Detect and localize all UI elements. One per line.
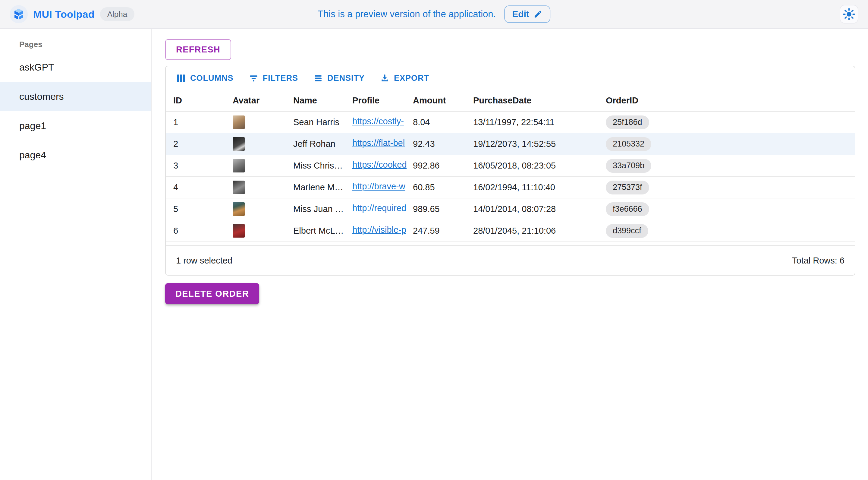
cell-name: Marlene M… (293, 182, 352, 192)
cell-name: Jeff Rohan (293, 139, 352, 149)
cell-avatar (233, 116, 293, 129)
column-header-avatar[interactable]: Avatar (233, 96, 293, 106)
cell-amount: 247.59 (413, 226, 473, 236)
cell-profile: http://visible-p (352, 225, 413, 237)
profile-link[interactable]: http://brave-w (352, 181, 405, 191)
cell-avatar (233, 137, 293, 151)
table-row[interactable]: 3 Miss Chris… https://cooked 992.86 16/0… (166, 155, 855, 177)
order-id-chip: 33a709b (606, 159, 651, 173)
profile-link[interactable]: http://visible-p (352, 225, 406, 235)
order-id-chip: f3e6666 (606, 202, 649, 216)
theme-toggle-button[interactable] (840, 5, 858, 24)
avatar (233, 181, 245, 194)
preview-notice-text: This is a preview version of the applica… (318, 9, 496, 20)
brand: MUI Toolpad Alpha (10, 5, 134, 23)
cell-purchasedate: 19/12/2073, 14:52:55 (473, 139, 606, 149)
table-row-selected[interactable]: 2 Jeff Rohan https://flat-bel 92.43 19/1… (166, 133, 855, 155)
sun-icon (843, 8, 855, 21)
pencil-icon (533, 10, 542, 19)
sidebar-heading: Pages (0, 29, 151, 53)
cell-purchasedate: 28/01/2045, 21:10:06 (473, 226, 606, 236)
density-button-label: DENSITY (327, 73, 365, 83)
cell-amount: 92.43 (413, 139, 473, 149)
sidebar-item-page4[interactable]: page4 (0, 141, 151, 170)
cell-name: Miss Juan … (293, 204, 352, 214)
cell-id: 6 (173, 226, 233, 236)
avatar (233, 224, 245, 238)
download-icon (380, 73, 390, 83)
column-header-purchasedate[interactable]: PurchaseDate (473, 96, 606, 106)
table-row[interactable]: 4 Marlene M… http://brave-w 60.85 16/02/… (166, 177, 855, 199)
profile-link[interactable]: https://costly- (352, 116, 404, 126)
avatar (233, 137, 245, 151)
column-header-id[interactable]: ID (173, 96, 233, 106)
cell-avatar (233, 159, 293, 173)
grid-filler (166, 242, 855, 246)
alpha-badge: Alpha (100, 7, 135, 21)
cell-avatar (233, 224, 293, 238)
edit-button-label: Edit (512, 9, 529, 19)
column-header-name[interactable]: Name (293, 96, 352, 106)
profile-link[interactable]: http://required (352, 203, 406, 213)
order-id-chip: 275373f (606, 181, 649, 194)
body-layout: Pages askGPT customers page1 page4 REFRE… (0, 29, 868, 480)
cell-purchasedate: 16/02/1994, 11:10:40 (473, 182, 606, 192)
app-title: MUI Toolpad (33, 8, 95, 20)
cell-profile: https://costly- (352, 116, 413, 128)
table-row[interactable]: 1 Sean Harris https://costly- 8.04 13/11… (166, 112, 855, 133)
grid-toolbar: COLUMNS FILTERS (166, 66, 855, 90)
columns-button-label: COLUMNS (190, 73, 234, 83)
grid-rows: 1 Sean Harris https://costly- 8.04 13/11… (166, 112, 855, 242)
cell-orderid: 2105332 (606, 137, 855, 151)
sidebar-item-page1[interactable]: page1 (0, 111, 151, 141)
column-header-profile[interactable]: Profile (352, 96, 413, 106)
cell-name: Sean Harris (293, 117, 352, 127)
avatar (233, 116, 245, 129)
sidebar-item-askgpt[interactable]: askGPT (0, 53, 151, 82)
column-header-orderid[interactable]: OrderID (606, 96, 855, 106)
cell-name: Miss Chris… (293, 161, 352, 171)
avatar (233, 202, 245, 216)
cell-amount: 992.86 (413, 161, 473, 171)
app-window: MUI Toolpad Alpha This is a preview vers… (0, 0, 868, 480)
cell-id: 1 (173, 117, 233, 127)
refresh-button[interactable]: REFRESH (165, 39, 231, 60)
table-row[interactable]: 6 Elbert McL… http://visible-p 247.59 28… (166, 220, 855, 242)
grid-header-row: ID Avatar Name Profile Amount PurchaseDa… (166, 90, 855, 112)
cell-orderid: 33a709b (606, 159, 855, 173)
cell-profile: https://cooked (352, 160, 413, 172)
top-bar: MUI Toolpad Alpha This is a preview vers… (0, 0, 868, 29)
cell-name: Elbert McL… (293, 226, 352, 236)
edit-button[interactable]: Edit (504, 5, 550, 23)
selection-count: 1 row selected (176, 256, 232, 266)
cell-orderid: f3e6666 (606, 202, 855, 216)
filters-button-label: FILTERS (263, 73, 299, 83)
table-row[interactable]: 5 Miss Juan … http://required 989.65 14/… (166, 199, 855, 220)
data-grid: COLUMNS FILTERS (165, 66, 855, 276)
delete-order-button[interactable]: DELETE ORDER (165, 283, 259, 304)
sidebar-item-customers[interactable]: customers (0, 82, 151, 111)
cell-orderid: d399ccf (606, 224, 855, 238)
cell-profile: https://flat-bel (352, 138, 413, 150)
mui-toolpad-logo-icon (10, 5, 28, 23)
cell-id: 4 (173, 182, 233, 192)
cell-purchasedate: 13/11/1997, 22:54:11 (473, 117, 606, 127)
cell-orderid: 25f186d (606, 116, 855, 129)
profile-link[interactable]: https://cooked (352, 160, 407, 170)
cell-profile: http://brave-w (352, 181, 413, 193)
main-content: REFRESH COLUMNS (152, 29, 868, 480)
profile-link[interactable]: https://flat-bel (352, 138, 405, 148)
preview-banner: This is a preview version of the applica… (318, 5, 550, 23)
view-columns-icon (176, 73, 186, 83)
columns-button[interactable]: COLUMNS (172, 70, 238, 86)
cell-purchasedate: 16/05/2018, 08:23:05 (473, 161, 606, 171)
order-id-chip: d399ccf (606, 224, 648, 238)
filter-list-icon (249, 73, 258, 83)
cell-amount: 8.04 (413, 117, 473, 127)
cell-amount: 60.85 (413, 182, 473, 192)
density-button[interactable]: DENSITY (309, 70, 369, 86)
cell-purchasedate: 14/01/2014, 08:07:28 (473, 204, 606, 214)
export-button[interactable]: EXPORT (375, 70, 433, 86)
filters-button[interactable]: FILTERS (244, 70, 303, 86)
column-header-amount[interactable]: Amount (413, 96, 473, 106)
